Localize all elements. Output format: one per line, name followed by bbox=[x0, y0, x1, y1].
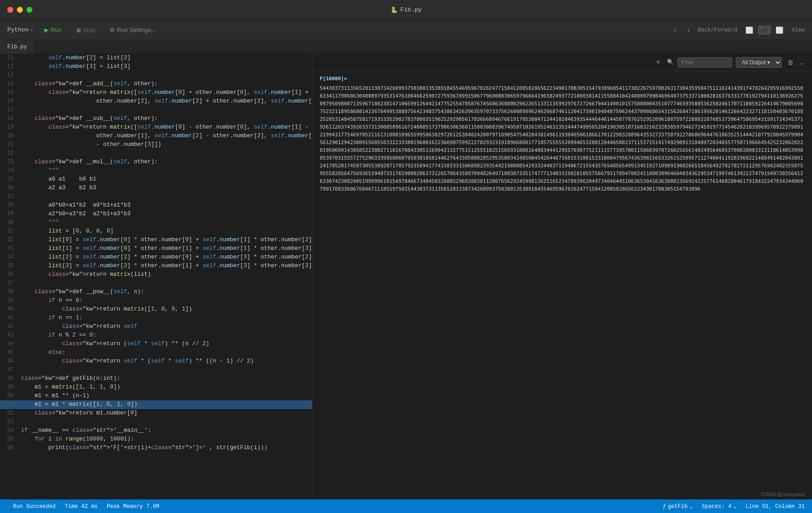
line-content[interactable]: class="kw">return matrix([self.number[0]… bbox=[19, 88, 312, 97]
line-content[interactable] bbox=[19, 418, 312, 426]
line-content[interactable]: m1 = m1 ** (n-1) bbox=[19, 392, 312, 400]
line-number: 51 bbox=[0, 400, 19, 409]
line-content[interactable]: other.number[2], self.number[2] + other.… bbox=[19, 97, 312, 106]
line-content[interactable]: else: bbox=[19, 348, 312, 357]
line-content[interactable]: if n == 1: bbox=[19, 314, 312, 322]
line-content[interactable]: if n == 0: bbox=[19, 296, 312, 305]
back-button[interactable]: ‹ bbox=[671, 25, 679, 35]
line-content[interactable] bbox=[19, 149, 312, 158]
line-content[interactable]: self.number[2] = list[2] bbox=[19, 54, 312, 62]
line-content[interactable]: if n % 2 == 0: bbox=[19, 331, 312, 340]
expand-output-button[interactable]: ⌄ bbox=[797, 58, 807, 67]
split-left-icon[interactable]: ⬜ bbox=[743, 26, 756, 35]
line-content[interactable]: class="kw">return self * (self * self) *… bbox=[19, 357, 312, 366]
line-content[interactable]: a2*b0+a3*b2 a2*b1+a3*b3 bbox=[19, 210, 312, 218]
line-content[interactable]: """ bbox=[19, 166, 312, 175]
forward-button[interactable]: › bbox=[684, 25, 692, 35]
filter-icon: 🔍 bbox=[667, 59, 674, 66]
file-tabs: Fib.py bbox=[0, 40, 812, 54]
line-content[interactable]: self.number[3] = list[3] bbox=[19, 62, 312, 71]
toolbar-right: ‹ › Back/Forward ⬜ ⬛ ⬜ View bbox=[671, 25, 805, 35]
line-number: 49 bbox=[0, 383, 19, 392]
window-title: 🐍 Fib.py bbox=[390, 6, 422, 14]
line-content[interactable]: class="kw">def __sub__(self, other): bbox=[19, 114, 312, 123]
language-label: Python bbox=[7, 26, 29, 33]
line-content[interactable]: class="kw">def __add__(self, other): bbox=[19, 80, 312, 88]
line-number: 45 bbox=[0, 348, 19, 357]
line-number: 13 bbox=[0, 71, 19, 80]
run-button[interactable]: ▶ Run bbox=[41, 25, 65, 35]
file-tab-fib[interactable]: Fib.py bbox=[0, 40, 35, 54]
line-content[interactable]: class="kw">def __mul__(self, other): bbox=[19, 158, 312, 166]
line-content[interactable]: list[0] = self.number[0] * other.number[… bbox=[19, 236, 312, 244]
line-number: 47 bbox=[0, 366, 19, 374]
file-icon: 🐍 bbox=[390, 6, 398, 14]
line-content[interactable]: m1 = m1 * matrix([1, 0, 1, 0]) bbox=[19, 400, 312, 409]
filter-input[interactable] bbox=[677, 57, 732, 67]
run-settings-button[interactable]: ⚙ Run Settings... bbox=[106, 25, 159, 35]
line-number: 16 bbox=[0, 97, 19, 106]
line-number: 15 bbox=[0, 88, 19, 97]
line-number: 52 bbox=[0, 409, 19, 418]
line-content[interactable]: m1 = matrix([1, 1, 1, 0]) bbox=[19, 383, 312, 392]
close-button[interactable] bbox=[7, 7, 13, 13]
line-content[interactable]: class="kw">return matrix(list) bbox=[19, 270, 312, 279]
stop-button[interactable]: ◼ Stop bbox=[73, 25, 99, 35]
minimize-button[interactable] bbox=[17, 7, 23, 13]
check-icon: ✓ bbox=[7, 503, 11, 510]
output-panel: + 🔍 All Output ▾ 🗑 ⌄ F[10000]= 544383731… bbox=[312, 54, 812, 499]
line-number: 11 bbox=[0, 54, 19, 62]
line-content[interactable]: class="kw">def getFib(n:int): bbox=[19, 374, 312, 383]
line-content[interactable]: a2 a3 b2 b3 bbox=[19, 184, 312, 192]
line-content[interactable] bbox=[19, 192, 312, 201]
line-content[interactable]: class="kw">return m1.number[0] bbox=[19, 409, 312, 418]
split-right-icon[interactable]: ⬜ bbox=[773, 26, 786, 35]
run-label: Run bbox=[51, 26, 62, 33]
clear-output-button[interactable]: 🗑 bbox=[786, 58, 796, 67]
line-content[interactable]: class="kw">return (self * self) ** (n //… bbox=[19, 340, 312, 348]
line-number: 39 bbox=[0, 296, 19, 305]
line-content[interactable]: for i in range(10000, 10001): bbox=[19, 435, 312, 444]
line-number: 50 bbox=[0, 392, 19, 400]
stop-icon: ◼ bbox=[76, 26, 81, 33]
line-content[interactable]: print(class="str">'F['+str(i)+class="str… bbox=[19, 444, 312, 452]
line-content[interactable]: list[1] = self.number[0] * other.number[… bbox=[19, 244, 312, 253]
line-number: 37 bbox=[0, 279, 19, 288]
settings-icon: ⚙ bbox=[109, 26, 115, 33]
line-content[interactable]: - other.number[3]]) bbox=[19, 140, 312, 149]
line-number: 43 bbox=[0, 331, 19, 340]
line-content[interactable]: list[3] = self.number[2] * other.number[… bbox=[19, 262, 312, 270]
line-number: 48 bbox=[0, 374, 19, 383]
memory-item: Peak Memory 7.6M bbox=[107, 503, 159, 510]
line-content[interactable]: """ bbox=[19, 218, 312, 227]
code-editor[interactable]: 11 self.number[2] = list[2]12 self.numbe… bbox=[0, 54, 312, 499]
output-type-select[interactable]: All Output ▾ bbox=[736, 57, 782, 68]
language-selector[interactable]: Python ▾ bbox=[7, 26, 33, 33]
line-content[interactable]: list = [0, 0, 0, 0] bbox=[19, 227, 312, 236]
line-number: 23 bbox=[0, 158, 19, 166]
line-number: 28 bbox=[0, 201, 19, 210]
line-content[interactable] bbox=[19, 279, 312, 288]
line-number: 14 bbox=[0, 80, 19, 88]
line-number: 46 bbox=[0, 357, 19, 366]
line-content[interactable]: class="kw">return self bbox=[19, 322, 312, 331]
line-content[interactable] bbox=[19, 366, 312, 374]
line-number: 55 bbox=[0, 435, 19, 444]
split-center-icon[interactable]: ⬛ bbox=[758, 26, 771, 35]
line-content[interactable]: if __name__ == class="str">'__main__': bbox=[19, 426, 312, 435]
function-chevron: ⌄ bbox=[689, 503, 692, 510]
line-content[interactable]: class="kw">return matrix([1, 0, 0, 1]) bbox=[19, 305, 312, 314]
line-content[interactable]: a0 a1 b0 b1 bbox=[19, 175, 312, 184]
line-content[interactable] bbox=[19, 106, 312, 114]
code-lines: 11 self.number[2] = list[2]12 self.numbe… bbox=[0, 54, 312, 452]
view-icons: ⬜ ⬛ ⬜ bbox=[743, 26, 786, 35]
line-content[interactable]: class="kw">def __pow__(self, n): bbox=[19, 288, 312, 296]
line-content[interactable]: list[2] = self.number[2] * other.number[… bbox=[19, 253, 312, 262]
line-content[interactable]: class="kw">return matrix([self.number[0]… bbox=[19, 123, 312, 132]
status-right: ƒ getFib ⌄ Spaces: 4 ⌄ Line 51, Column 3… bbox=[663, 503, 805, 510]
line-content[interactable]: a0*b0+a1*b2 a0*b1+a1*b3 bbox=[19, 201, 312, 210]
maximize-button[interactable] bbox=[26, 7, 32, 13]
line-content[interactable] bbox=[19, 71, 312, 80]
line-content[interactable]: other.number[1], self.number[2] - other.… bbox=[19, 132, 312, 140]
add-output-button[interactable]: + bbox=[653, 57, 663, 68]
